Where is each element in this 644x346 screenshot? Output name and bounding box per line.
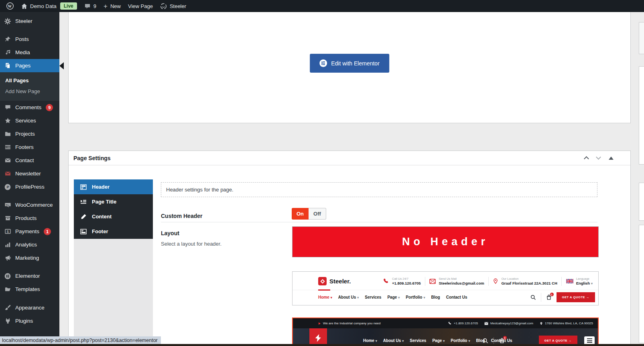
- active-menu-arrow: [59, 62, 64, 69]
- sidebar-item-label: ProfilePress: [15, 184, 45, 190]
- sidebar-item-footers[interactable]: Footers: [0, 140, 59, 154]
- dark-header-topbar: We are the Industrial company you need +…: [293, 318, 598, 328]
- live-badge: Live: [60, 2, 77, 10]
- truncated-panel: [639, 66, 644, 165]
- nav-page: Page: [387, 295, 400, 299]
- sidebar-item-comments[interactable]: Comments 9: [0, 101, 59, 114]
- sidebar-item-label: Pages: [15, 63, 30, 69]
- view-page-menu[interactable]: View Page: [124, 0, 156, 12]
- contact-label: Send Us Mail: [439, 277, 484, 281]
- sidebar-item-label: Projects: [15, 131, 35, 137]
- newsletter-envelope-icon: [4, 171, 12, 177]
- sidebar-item-appearance[interactable]: Appearance: [0, 301, 59, 314]
- steeler-logo-icon: [318, 277, 327, 285]
- profilepress-icon: P: [4, 184, 12, 190]
- toggle-panel-icon[interactable]: [609, 157, 614, 160]
- sidebar-item-projects[interactable]: Projects: [0, 127, 59, 140]
- toggle-off-button[interactable]: Off: [309, 208, 326, 220]
- comments-count-badge: 9: [46, 104, 53, 111]
- sidebar-item-profilepress[interactable]: P ProfilePress: [0, 180, 59, 193]
- edit-with-elementor-button[interactable]: Edit with Elementor: [310, 54, 389, 73]
- tab-label: Page Title: [92, 199, 116, 205]
- cart-count-badge: 3: [503, 336, 507, 340]
- comment-count: 9: [93, 3, 96, 9]
- tab-content[interactable]: Content: [74, 209, 153, 224]
- elementor-logo-icon: [319, 59, 327, 67]
- contact-mail: Send Us Mail Steelerindus@gmail.com: [429, 277, 484, 285]
- sidebar-item-pages[interactable]: Pages: [0, 59, 59, 72]
- tab-header[interactable]: Header: [74, 179, 153, 194]
- sidebar-item-newsletter[interactable]: Newsletter: [0, 167, 59, 180]
- admin-bar: W Demo Data Live 9 + New View Page: [0, 0, 644, 12]
- sidebar-item-woocommerce[interactable]: Woo WooCommerce: [0, 198, 59, 212]
- sidebar-item-label: Comments: [15, 104, 41, 110]
- mail-icon: [429, 279, 436, 284]
- move-up-icon[interactable]: [584, 156, 589, 161]
- sidebar-item-analytics[interactable]: Analytics: [0, 238, 59, 251]
- language-selector: Language English: [566, 277, 593, 285]
- sidebar-item-contact[interactable]: Contact: [0, 154, 59, 167]
- sidebar-item-steeler[interactable]: Steeler: [0, 14, 59, 28]
- sidebar-item-label: Steeler: [15, 18, 33, 24]
- nav-services: Services: [410, 338, 426, 343]
- nav-about-us: About Us: [383, 338, 404, 343]
- classic-contacts: Call Us 24/7 +1.809.120.6705 Send Us Mai…: [383, 277, 593, 286]
- comments-menu[interactable]: 9: [81, 0, 100, 12]
- tab-page-title[interactable]: Page Title: [74, 194, 153, 209]
- tab-footer[interactable]: Footer: [74, 224, 153, 239]
- tab-label: Header: [92, 184, 110, 190]
- comment-bubble-icon: [84, 3, 91, 9]
- metabox-title: Page Settings: [73, 155, 111, 161]
- submenu-all-pages[interactable]: All Pages: [0, 75, 59, 86]
- products-box-icon: [4, 215, 12, 221]
- contact-location: Our Location Graaf Florisstraat 22A.3021…: [493, 277, 557, 285]
- layout-description: Select a layout for header.: [161, 241, 221, 247]
- search-icon: [483, 338, 488, 344]
- nav-portfolio: Portfolio: [406, 295, 425, 299]
- divider: [161, 222, 597, 222]
- sidebar-item-label: Templates: [15, 286, 40, 292]
- sidebar-item-templates[interactable]: Templates: [0, 283, 59, 296]
- submenu-add-new-page[interactable]: Add New Page: [0, 86, 59, 97]
- classic-header-actions: 1 GET A QUOTE →: [530, 292, 595, 302]
- classic-logo-text: Steeler.: [329, 278, 351, 285]
- wordpress-logo-menu[interactable]: W: [2, 0, 18, 12]
- theme-menu[interactable]: Steeler: [156, 0, 190, 12]
- toggle-on-button[interactable]: On: [292, 208, 309, 220]
- move-down-icon[interactable]: [596, 155, 601, 160]
- layout-label: Layout: [161, 230, 179, 236]
- sidebar-item-label: Analytics: [15, 242, 37, 248]
- svg-text:$: $: [7, 230, 9, 234]
- nav-contact-us: Contact Us: [446, 295, 467, 299]
- dark-header-tagline-wrap: We are the Industrial company you need: [319, 322, 381, 325]
- dark-email: Medcalinepsy123@gmail.com: [484, 322, 533, 325]
- megaphone-icon: [4, 255, 12, 261]
- site-name-menu[interactable]: Demo Data Live: [18, 0, 81, 12]
- sidebar-item-services[interactable]: Services: [0, 114, 59, 127]
- sidebar-item-elementor[interactable]: Elementor: [0, 269, 59, 283]
- layout-option-classic-header[interactable]: Steeler. Call Us 24/7 +1.809.120.6705: [292, 271, 599, 305]
- wordpress-admin-screen: W Demo Data Live 9 + New View Page: [0, 0, 644, 346]
- layout-option-dark-header[interactable]: We are the Industrial company you need +…: [292, 318, 599, 346]
- sidebar-item-plugins[interactable]: Plugins: [0, 314, 59, 328]
- contact-label: Call Us 24/7: [392, 277, 421, 281]
- layout-option-no-header[interactable]: No Header: [292, 226, 599, 257]
- sidebar-item-payments[interactable]: $ Payments 1: [0, 225, 59, 238]
- new-menu[interactable]: + New: [100, 0, 124, 12]
- get-a-quote-button: GET A QUOTE →: [557, 292, 595, 302]
- metabox-body: Header Page Title Content: [69, 165, 630, 346]
- sidebar-item-media[interactable]: Media: [0, 46, 59, 59]
- dark-address: 1760 Wilshire Blvd, LA, CA 90025: [540, 322, 593, 326]
- uk-flag-icon: [566, 279, 573, 283]
- sidebar-item-label: Contact: [15, 157, 34, 163]
- dark-header-tagline: We are the Industrial company you need: [323, 322, 381, 325]
- sidebar-item-label: Posts: [15, 36, 29, 42]
- sidebar-item-marketing[interactable]: Marketing: [0, 251, 59, 265]
- sidebar-item-label: Services: [15, 118, 36, 124]
- sidebar-item-posts[interactable]: Posts: [0, 33, 59, 46]
- nav-page: Page: [432, 338, 445, 343]
- sidebar-item-products[interactable]: Products: [0, 212, 59, 225]
- payments-icon: $: [4, 228, 12, 234]
- truncated-panel: [639, 22, 644, 54]
- paintbrush-icon: [4, 305, 12, 311]
